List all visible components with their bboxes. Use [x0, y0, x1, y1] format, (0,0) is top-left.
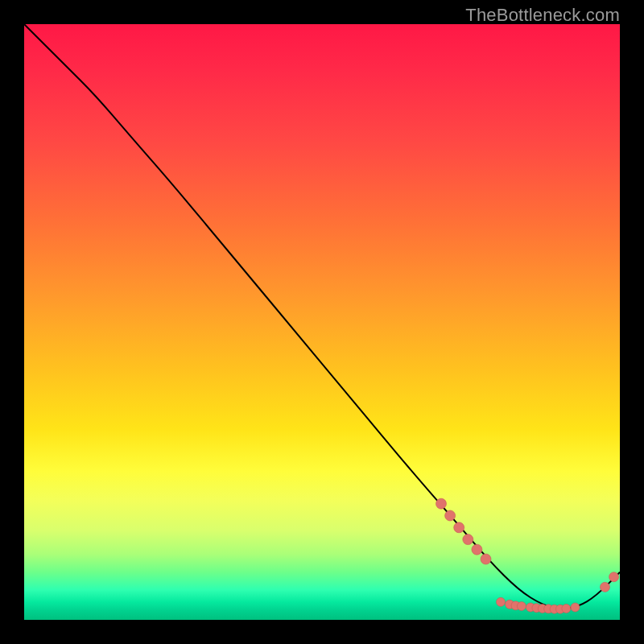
chart-stage: TheBottleneck.com	[0, 0, 644, 644]
watermark-text: TheBottleneck.com	[465, 5, 620, 26]
plot-area	[24, 24, 620, 620]
